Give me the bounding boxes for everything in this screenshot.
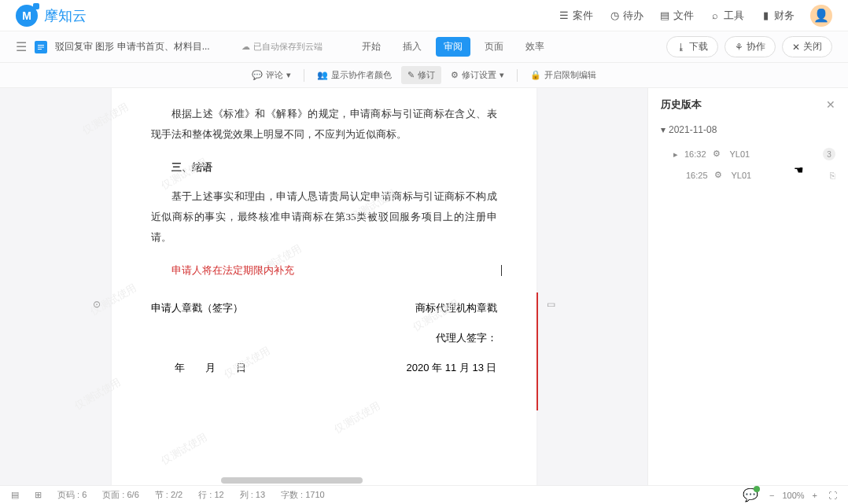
svg-rect-0 [38,45,44,46]
status-row: 行 : 12 [198,489,223,501]
tab-page[interactable]: 页面 [477,37,511,57]
status-col: 列 : 13 [240,489,265,501]
svg-rect-2 [38,49,42,50]
fullscreen-icon[interactable]: ⛶ [828,491,837,500]
nav-tools[interactable]: ⌕工具 [710,9,744,23]
clock-icon: ◷ [609,10,620,21]
agency-signature: 商标代理机构章戳 [415,301,497,315]
restore-icon[interactable]: ⎘ [830,171,835,180]
save-status: ☁ 已自动保存到云端 [241,41,323,53]
collab-button[interactable]: ⚘协作 [724,36,776,57]
grid-icon[interactable]: ⊞ [35,490,42,500]
status-page: 页面 : 6/6 [102,489,138,501]
doc-title: 驳回复审 图形 申请书首页、材料目... [55,40,210,53]
date-blank: 年 月 日 [175,361,246,375]
signature-row: 申请人章戳（签字） 商标代理机构章戳 [151,301,497,315]
paragraph: 根据上述《标准》和《解释》的规定，申请商标与引证商标在含义、表现手法和整体视觉效… [151,104,497,145]
cloud-icon: ☁ [241,42,250,52]
zoom-in-button[interactable]: + [809,491,820,500]
chat-icon[interactable]: 💬 [743,487,758,502]
version-item[interactable]: ▸ 16:32 ⚙ YL01 3 [661,143,835,165]
close-button[interactable]: ✕关闭 [782,36,832,57]
nav-finance[interactable]: ▮财务 [760,9,795,23]
user-color-icon: 👥 [317,70,328,80]
restrict-edit-button[interactable]: 🔒开启限制编辑 [524,66,603,84]
main-area: 仅测试使用 仅测试使用 仅测试使用 仅测试使用 仅测试使用 仅测试使用 仅测试使… [0,88,848,491]
nav-todo[interactable]: ◷待办 [609,9,643,23]
status-section: 节 : 2/2 [155,489,183,501]
lock-icon: 🔒 [530,70,541,80]
search-icon: ⌕ [710,10,721,21]
tab-insert[interactable]: 插入 [395,37,430,57]
watermark: 仅测试使用 [72,375,123,413]
zoom-out-button[interactable]: − [766,491,777,500]
user-icon: ⚙ [713,149,724,160]
tracked-insert[interactable]: 申请人将在法定期限内补充 [151,263,497,278]
doc-tabs: 开始 插入 审阅 页面 效率 [354,37,552,57]
revision-marker-icon[interactable]: ⊙ [93,299,101,310]
document-viewport[interactable]: 仅测试使用 仅测试使用 仅测试使用 仅测试使用 仅测试使用 仅测试使用 仅测试使… [0,88,647,491]
finance-icon: ▮ [760,10,771,21]
avatar[interactable]: 👤 [810,5,832,27]
revision-comment-icon[interactable]: ▭ [547,299,555,310]
comment-icon: 💬 [252,70,263,80]
revision-settings-button[interactable]: ⚙修订设置▾ [444,66,511,84]
version-count-badge: 3 [823,148,835,160]
revision-icon: ✎ [407,70,415,80]
download-icon: ⭳ [677,42,686,53]
zoom-control: − 100% + [766,491,820,500]
tab-start[interactable]: 开始 [354,37,389,57]
user-icon: ⚙ [714,170,725,181]
watermark: 仅测试使用 [158,430,209,468]
watermark: 仅测试使用 [79,100,131,138]
logo[interactable]: M 摩知云 [16,5,87,27]
close-icon: ✕ [792,42,800,53]
top-nav: M 摩知云 ☰案件 ◷待办 ▤文件 ⌕工具 ▮财务 👤 [0,0,848,31]
comment-button[interactable]: 💬评论▾ [245,66,297,84]
chevron-down-icon: ▾ [500,70,504,80]
version-item[interactable]: 16:25 ⚙ YL01 ⎘ [661,165,835,186]
history-panel: 历史版本 ✕ ▾ 2021-11-08 ☚ ▸ 16:32 ⚙ YL01 3 1… [647,88,848,491]
revision-button[interactable]: ✎修订 [401,66,441,84]
doc-toolbar: ☰ 驳回复审 图形 申请书首页、材料目... ☁ 已自动保存到云端 开始 插入 … [0,31,848,63]
app-name: 摩知云 [44,6,87,25]
chevron-down-icon: ▾ [661,124,665,135]
status-page-no: 页码 : 6 [57,489,87,501]
cursor-icon: ☚ [794,164,804,176]
tab-review[interactable]: 审阅 [436,37,470,57]
stack-icon: ☰ [559,10,570,21]
status-words: 字数 : 1710 [281,489,325,501]
zoom-level: 100% [782,491,804,500]
paragraph: 基于上述事实和理由，申请人恳请贵局认定申请商标与引证商标不构成近似商标的事实，最… [151,186,497,248]
watermark: 仅测试使用 [331,399,382,436]
applicant-signature: 申请人章戳（签字） [151,301,243,315]
sub-toolbar: 💬评论▾ 👥显示协作者颜色 ✎修订 ⚙修订设置▾ 🔒开启限制编辑 [0,63,848,88]
download-button[interactable]: ⭳下载 [666,36,718,57]
nav-cases[interactable]: ☰案件 [559,9,593,23]
show-color-button[interactable]: 👥显示协作者颜色 [311,66,398,84]
document-page: 仅测试使用 仅测试使用 仅测试使用 仅测试使用 仅测试使用 仅测试使用 仅测试使… [112,88,536,491]
history-date-group[interactable]: ▾ 2021-11-08 [661,124,835,135]
file-icon: ▤ [659,10,670,21]
settings-icon: ⚙ [451,70,459,80]
menu-icon[interactable]: ☰ [16,39,27,54]
scrollbar-thumb[interactable] [221,477,363,484]
outline-icon[interactable]: ▤ [11,490,19,500]
nav-files[interactable]: ▤文件 [659,9,694,23]
revision-change-bar [536,292,538,410]
panel-title: 历史版本 [661,97,702,112]
chevron-down-icon: ▾ [286,70,291,80]
chevron-right-icon: ▸ [673,149,678,160]
agent-signature: 代理人签字： [436,331,497,345]
panel-close-button[interactable]: ✕ [826,98,835,111]
status-bar: ▤ ⊞ 页码 : 6 页面 : 6/6 节 : 2/2 行 : 12 列 : 1… [0,485,848,504]
collab-icon: ⚘ [735,42,743,53]
horizontal-scrollbar[interactable] [43,477,636,485]
tab-efficiency[interactable]: 效率 [518,37,552,57]
date-filled: 2020 年 11 月 13 日 [407,361,497,375]
doc-type-icon [35,41,47,53]
section-heading: 三、结语 [151,160,497,175]
svg-rect-1 [38,46,44,47]
logo-icon: M [16,5,38,27]
